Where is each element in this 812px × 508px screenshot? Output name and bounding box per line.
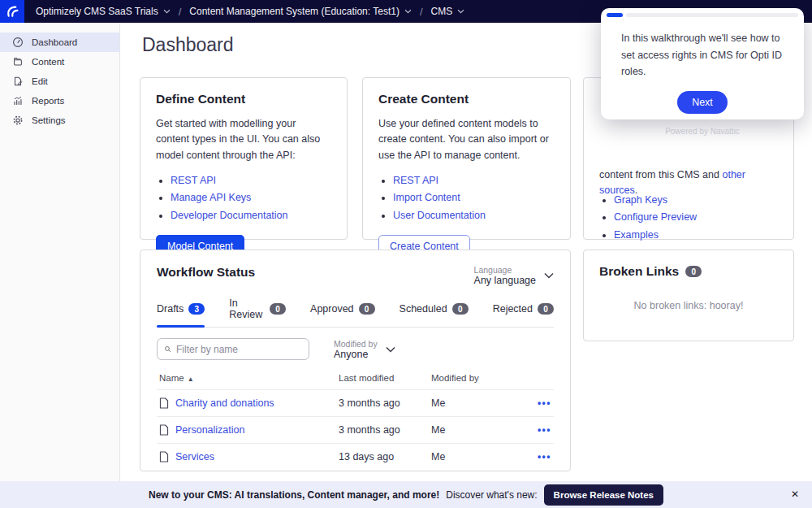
list-item: REST API [393,172,555,189]
define-content-card: Define Content Get started with modellin… [140,77,348,240]
sidebar-item-label: Settings [32,115,66,125]
optimizely-logo[interactable] [0,0,24,23]
last-modified-cell: 3 months ago [339,397,431,409]
dashboard-icon [11,37,24,49]
tab-label: Scheduled [400,303,447,315]
content-item-link[interactable]: Charity and donations [175,397,274,409]
tab-in-review[interactable]: In Review 0 [229,297,286,327]
content-item-link[interactable]: Services [175,451,214,462]
tab-rejected[interactable]: Rejected 0 [493,297,554,327]
sidebar-item-reports[interactable]: Reports [0,91,119,111]
define-content-body: Get started with modelling your content … [156,116,331,163]
sidebar-item-settings[interactable]: Settings [0,111,119,130]
progress-segment-current [607,13,623,17]
next-button[interactable]: Next [677,91,728,114]
tab-count-badge: 0 [270,303,286,315]
rest-api-link[interactable]: REST API [393,175,438,186]
release-notes-banner: New to your CMS: AI translations, Conten… [0,481,812,508]
tab-scheduled[interactable]: Scheduled 0 [400,297,469,327]
define-content-title: Define Content [156,92,331,106]
column-header-last-modified[interactable]: Last modified [339,373,431,383]
define-content-links: REST API Manage API Keys Developer Docum… [156,172,331,224]
rest-api-link[interactable]: REST API [171,175,216,186]
row-actions-menu[interactable]: ••• [529,451,551,462]
developer-documentation-link[interactable]: Developer Documentation [171,210,288,221]
modified-by-label: Modified by [334,339,378,349]
banner-text: Discover what's new: [446,489,537,501]
breadcrumb-org-label: Optimizely CMS SaaS Trials [36,6,158,17]
tab-count-badge: 0 [538,303,554,315]
examples-link[interactable]: Examples [614,229,659,241]
sidebar-item-label: Reports [32,96,64,106]
tab-count-badge: 0 [359,303,375,315]
modified-by-cell: Me [431,424,529,436]
walkthrough-popup: In this walkthrough we'll see how to set… [601,8,804,119]
table-row: Charity and donations 3 months ago Me ••… [157,389,554,416]
list-item: REST API [171,172,331,189]
language-select[interactable]: Language Any language [474,265,554,286]
chevron-down-icon [544,272,554,279]
manage-api-keys-link[interactable]: Manage API Keys [171,192,251,203]
column-header-modified-by[interactable]: Modified by [431,373,529,383]
list-item: Import Content [393,189,555,206]
row-actions-menu[interactable]: ••• [529,424,551,436]
configure-preview-link[interactable]: Configure Preview [614,211,697,223]
document-icon [159,397,169,409]
table-row: Services 13 days ago Me ••• [157,443,554,470]
chevron-down-icon [163,9,171,14]
filter-by-name-field[interactable] [157,338,309,360]
close-icon[interactable]: ✕ [791,488,799,500]
column-header-name[interactable]: Name▲ [159,373,339,383]
list-item: User Documentation [393,207,555,224]
workflow-status-card: Workflow Status Language Any language Dr… [140,250,571,471]
reports-icon [11,95,24,107]
tab-label: Approved [310,303,354,315]
browse-release-notes-button[interactable]: Browse Release Notes [544,484,663,506]
workflow-tabs: Drafts 3 In Review 0 Approved 0 Schedule… [157,297,554,328]
create-content-title: Create Content [378,92,555,106]
workflow-table: Name▲ Last modified Modified by Charity … [157,370,554,470]
chevron-down-icon [404,9,412,14]
tab-drafts[interactable]: Drafts 3 [157,297,205,327]
user-documentation-link[interactable]: User Documentation [393,210,486,221]
sidebar-item-edit[interactable]: Edit [0,72,119,91]
sidebar-item-content[interactable]: Content [0,52,119,72]
create-content-body: Use your defined content models to creat… [378,116,555,163]
language-value: Any language [474,275,536,286]
tab-approved[interactable]: Approved 0 [310,297,375,327]
broken-links-title: Broken Links [599,264,679,279]
content-icon [11,56,24,68]
filter-by-name-input[interactable] [176,344,302,355]
row-actions-menu[interactable]: ••• [529,397,551,409]
import-content-link[interactable]: Import Content [393,192,460,203]
document-icon [159,424,169,436]
breadcrumb-org[interactable]: Optimizely CMS SaaS Trials [36,6,171,17]
last-modified-cell: 13 days ago [339,451,431,462]
walkthrough-progress [601,8,804,17]
breadcrumb-app[interactable]: CMS [431,6,465,17]
page-title: Dashboard [142,34,234,56]
workflow-status-title: Workflow Status [157,265,255,280]
settings-icon [11,115,24,127]
progress-segment-remaining [626,13,798,17]
tab-label: Rejected [493,303,533,315]
sidebar-item-label: Content [32,57,64,67]
optimizely-logo-icon [4,3,20,20]
chevron-down-icon [386,346,395,353]
content-item-link[interactable]: Personalization [175,424,244,436]
tab-count-badge: 0 [452,303,469,315]
broken-links-count-badge: 0 [685,266,702,277]
document-icon [159,451,169,462]
modified-by-select[interactable]: Modified by Anyone [334,339,395,360]
sidebar-item-dashboard[interactable]: Dashboard [0,33,119,52]
broken-links-card: Broken Links 0 No broken links: hooray! [583,250,794,341]
breadcrumb-project[interactable]: Content Management System (Education: Te… [189,6,412,17]
graph-keys-link[interactable]: Graph Keys [614,194,667,206]
language-label: Language [474,265,536,275]
breadcrumb-separator: / [179,6,182,18]
sidebar-item-label: Edit [32,76,48,86]
modified-by-value: Anyone [334,349,378,360]
breadcrumb-app-label: CMS [431,6,453,17]
list-item: Examples [614,227,762,244]
list-item: Developer Documentation [171,207,331,224]
